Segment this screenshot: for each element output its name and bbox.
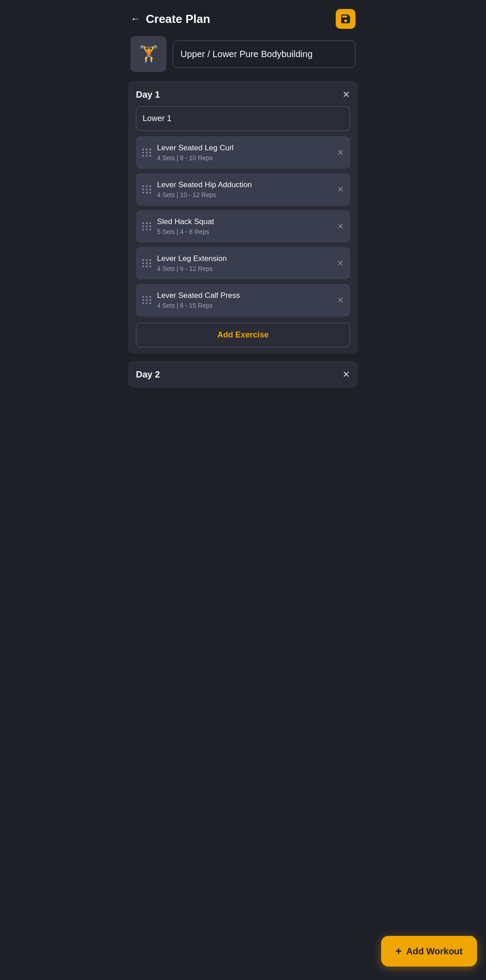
header-left: ← Create Plan: [130, 12, 210, 26]
drag-dot: [146, 259, 148, 261]
save-icon: [340, 13, 351, 25]
drag-dot: [146, 222, 148, 224]
drag-dot: [149, 152, 151, 153]
exercise-name: Lever Seated Hip Adduction: [157, 180, 332, 189]
drag-dot: [142, 222, 144, 224]
drag-dot: [146, 148, 148, 150]
drag-dot: [142, 229, 144, 230]
drag-dot: [146, 229, 148, 230]
drag-dot: [149, 222, 151, 224]
drag-dot: [142, 192, 144, 193]
drag-dot: [149, 262, 151, 264]
drag-dot: [142, 225, 144, 227]
exercise-item: Lever Seated Hip Adduction 4 Sets | 10 -…: [136, 173, 350, 206]
drag-dot: [146, 152, 148, 153]
exercise-remove-button[interactable]: ✕: [337, 184, 344, 194]
drag-dot: [146, 265, 148, 267]
drag-handle[interactable]: [142, 259, 152, 267]
exercise-details: 4 Sets | 10 - 12 Reps: [157, 191, 332, 198]
drag-dot: [142, 265, 144, 267]
drag-handle[interactable]: [142, 222, 152, 230]
exercise-details: 4 Sets | 6 - 12 Reps: [157, 265, 332, 272]
exercise-name: Sled Hack Squat: [157, 217, 332, 226]
drag-dot: [146, 262, 148, 264]
drag-dot: [149, 225, 151, 227]
day2-header: Day 2 ✕: [136, 369, 350, 380]
drag-dot: [149, 185, 151, 187]
plan-name-input[interactable]: [173, 40, 356, 68]
drag-dot: [142, 148, 144, 150]
drag-dot: [149, 302, 151, 304]
day1-header: Day 1 ✕: [136, 89, 350, 100]
exercise-item: Lever Leg Extension 4 Sets | 6 - 12 Reps…: [136, 247, 350, 279]
exercise-name: Lever Leg Extension: [157, 254, 332, 263]
drag-dot: [142, 262, 144, 264]
exercise-remove-button[interactable]: ✕: [337, 148, 344, 157]
exercise-details: 4 Sets | 6 - 15 Reps: [157, 302, 332, 309]
exercise-details: 4 Sets | 8 - 10 Reps: [157, 154, 332, 162]
drag-dot: [142, 259, 144, 261]
day1-remove-button[interactable]: ✕: [342, 89, 350, 100]
back-button[interactable]: ←: [130, 13, 140, 25]
drag-handle[interactable]: [142, 185, 152, 193]
save-button[interactable]: [336, 9, 356, 29]
drag-dot: [149, 189, 151, 190]
header: ← Create Plan: [122, 0, 364, 36]
drag-handle[interactable]: [142, 148, 152, 157]
drag-dot: [149, 296, 151, 298]
drag-dot: [146, 299, 148, 301]
drag-dot: [149, 155, 151, 157]
drag-dot: [146, 225, 148, 227]
exercise-details: 5 Sets | 4 - 8 Reps: [157, 228, 332, 235]
drag-dot: [142, 152, 144, 153]
exercise-info: Lever Leg Extension 4 Sets | 6 - 12 Reps: [157, 254, 332, 272]
exercise-info: Lever Seated Leg Curl 4 Sets | 8 - 10 Re…: [157, 144, 332, 162]
day1-workout-name-input[interactable]: [136, 106, 350, 131]
drag-dot: [146, 302, 148, 304]
day1-card: Day 1 ✕ Lever Seated Leg Curl 4 Sets | 8…: [128, 81, 358, 354]
drag-dot: [142, 296, 144, 298]
exercise-info: Sled Hack Squat 5 Sets | 4 - 8 Reps: [157, 217, 332, 235]
exercise-item: Lever Seated Leg Curl 4 Sets | 8 - 10 Re…: [136, 136, 350, 169]
exercise-remove-button[interactable]: ✕: [337, 258, 344, 268]
drag-dot: [142, 155, 144, 157]
drag-dot: [149, 229, 151, 230]
drag-dot: [146, 296, 148, 298]
drag-dot: [149, 265, 151, 267]
day2-card: Day 2 ✕: [128, 361, 358, 388]
drag-dot: [142, 189, 144, 190]
drag-dot: [142, 299, 144, 301]
drag-dot: [149, 299, 151, 301]
day2-remove-button[interactable]: ✕: [342, 369, 350, 380]
drag-dot: [149, 148, 151, 150]
exercise-remove-button[interactable]: ✕: [337, 295, 344, 305]
drag-dot: [146, 189, 148, 190]
plan-header: [122, 36, 364, 81]
drag-dot: [142, 185, 144, 187]
add-exercise-button[interactable]: Add Exercise: [136, 323, 350, 347]
drag-dot: [149, 192, 151, 193]
day1-title: Day 1: [136, 90, 160, 100]
drag-handle[interactable]: [142, 296, 152, 304]
plan-image[interactable]: [130, 36, 166, 72]
drag-dot: [146, 155, 148, 157]
day2-title: Day 2: [136, 369, 160, 380]
drag-dot: [149, 259, 151, 261]
page-title: Create Plan: [146, 12, 210, 26]
exercise-item: Lever Seated Calf Press 4 Sets | 6 - 15 …: [136, 284, 350, 316]
drag-dot: [146, 192, 148, 193]
exercise-name: Lever Seated Leg Curl: [157, 144, 332, 153]
exercise-info: Lever Seated Hip Adduction 4 Sets | 10 -…: [157, 180, 332, 198]
exercise-name: Lever Seated Calf Press: [157, 291, 332, 300]
exercise-item: Sled Hack Squat 5 Sets | 4 - 8 Reps ✕: [136, 210, 350, 243]
drag-dot: [146, 185, 148, 187]
drag-dot: [142, 302, 144, 304]
exercise-remove-button[interactable]: ✕: [337, 221, 344, 231]
exercise-info: Lever Seated Calf Press 4 Sets | 6 - 15 …: [157, 291, 332, 309]
